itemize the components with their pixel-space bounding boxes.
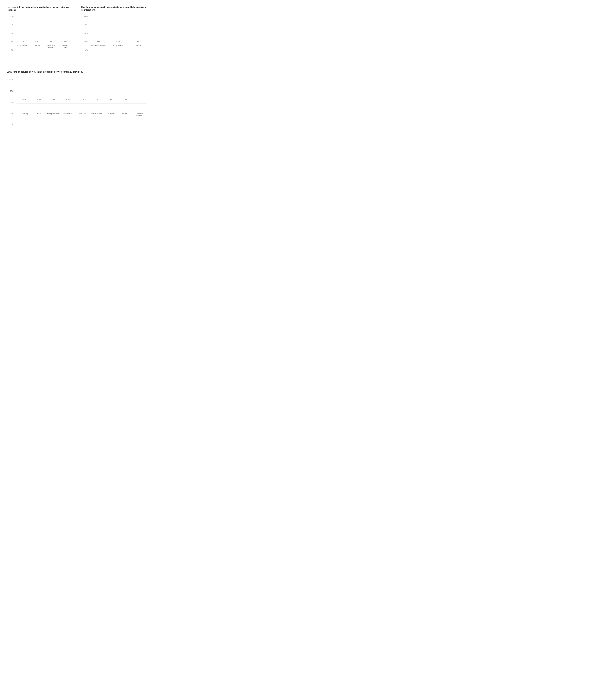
y-axis-label: 100% xyxy=(81,15,88,17)
y-axis-label: 75% xyxy=(7,90,14,92)
y-axis-label: 50% xyxy=(81,32,88,34)
chart3-title: What kind of service do you think a road… xyxy=(7,70,147,73)
chart1-section: How long did you wait until your roadsid… xyxy=(7,5,73,59)
y-axis-label: 100% xyxy=(7,79,14,81)
y-axis-label: 50% xyxy=(7,32,14,34)
chart3-y-axis: 0%25%50%75%100% xyxy=(7,79,14,126)
bar-group xyxy=(133,101,146,101)
chart1-bars: 41.7%25%25%8.3% xyxy=(15,15,73,43)
bar-group: 20.2% xyxy=(18,99,31,101)
bar-value-label: 20.2% xyxy=(22,99,26,101)
bar-x-label: Flat Tire xyxy=(32,113,45,117)
bar-group: 3.3% xyxy=(129,41,146,43)
bar-group: 3.2% xyxy=(119,99,131,101)
bar-value-label: 3.2% xyxy=(123,99,127,101)
bar-group: 16.9% xyxy=(47,99,60,101)
bar-x-label: More than 2 hours xyxy=(60,45,71,48)
bar-x-label: 1—2 hours xyxy=(129,45,146,46)
bar-value-label: 46.7% xyxy=(116,41,120,42)
bar-group: 16.1% xyxy=(61,99,74,101)
y-axis-label: 50% xyxy=(7,101,14,103)
chart1-y-axis: 0%25%50%75%100% xyxy=(7,15,14,51)
bar-group: 25% xyxy=(30,41,42,43)
bar-x-label: 30—60 minutes xyxy=(16,45,28,48)
bar-value-label: 8.1% xyxy=(94,99,98,101)
bar-group: 41.7% xyxy=(16,41,28,43)
bar-value-label: 3.3% xyxy=(136,41,139,42)
bar-x-label: Battery problems xyxy=(47,113,60,117)
bar-value-label: 16.1% xyxy=(65,99,70,101)
chart1-inner: 41.7%25%25%8.3% xyxy=(15,15,73,43)
chart2-y-axis: 0%25%50%75%100% xyxy=(81,15,88,51)
bar-x-label: 30—60 minutes xyxy=(110,45,126,46)
y-axis-label: 75% xyxy=(7,24,14,26)
chart3-bars: 20.2%18.5%16.9%16.1%12.1%8.1%4%3.2% xyxy=(17,79,147,101)
chart2-bars: 50%46.7%3.3% xyxy=(89,15,147,43)
bar-group: 8.3% xyxy=(60,41,71,43)
bar-x-label: Less than 30 minutes xyxy=(90,45,107,46)
bar-group: 46.7% xyxy=(110,41,126,43)
y-axis-label: 100% xyxy=(7,15,14,17)
bar-x-label: 1—2 hours xyxy=(30,45,42,48)
bar-x-label: Insurance xyxy=(119,113,131,117)
bar-x-label: Car towing xyxy=(18,113,31,117)
bar-value-label: 18.5% xyxy=(37,99,41,101)
bar-x-label: Automobile Purchase xyxy=(133,113,146,117)
y-axis-label: 0% xyxy=(7,49,14,51)
y-axis-label: 25% xyxy=(7,113,14,114)
chart1-title: How long did you wait until your roadsid… xyxy=(7,5,73,11)
bar-group: 8.1% xyxy=(90,99,103,101)
bar-x-label: Car Repare xyxy=(104,113,117,117)
bar-value-label: 25% xyxy=(35,41,38,42)
chart2-area: 0%25%50%75%100% 50%46.7%3.3% Less than 3… xyxy=(81,15,147,59)
y-axis-label: 25% xyxy=(7,41,14,43)
bar-x-label: Lockout/Locksmith xyxy=(90,113,103,117)
bar-value-label: 41.7% xyxy=(20,41,24,42)
y-axis-label: 25% xyxy=(81,41,88,43)
bar-value-label: 8.3% xyxy=(64,41,67,42)
bar-value-label: 50% xyxy=(97,41,100,42)
chart3-area: 0%25%50%75%100% 20.2%18.5%16.9%16.1%12.1… xyxy=(7,79,147,134)
chart3-section: What kind of service do you think a road… xyxy=(7,70,147,134)
chart2-title: How long do you expect your roadside ser… xyxy=(81,5,147,11)
y-axis-label: 75% xyxy=(81,24,88,26)
bar-x-label: Out of Fuel xyxy=(75,113,88,117)
bar-x-label: Vehicle Stuck xyxy=(61,113,74,117)
bar-value-label: 16.9% xyxy=(51,99,55,101)
chart3-inner: 20.2%18.5%16.9%16.1%12.1%8.1%4%3.2% xyxy=(17,79,147,112)
y-axis-label: 0% xyxy=(7,124,14,126)
bar-value-label: 4% xyxy=(109,99,112,101)
chart1-area: 0%25%50%75%100% 41.7%25%25%8.3% 30—60 mi… xyxy=(7,15,73,59)
chart2-inner: 50%46.7%3.3% xyxy=(89,15,147,43)
bar-x-label: Less than 30 minutes xyxy=(45,45,57,48)
y-axis-label: 0% xyxy=(81,49,88,51)
bar-group: 50% xyxy=(90,41,107,43)
bar-value-label: 25% xyxy=(49,41,52,42)
chart2-section: How long do you expect your roadside ser… xyxy=(81,5,147,59)
bar-group: 12.1% xyxy=(75,99,88,101)
bar-value-label: 12.1% xyxy=(80,99,84,101)
bar-group: 4% xyxy=(104,99,117,101)
bar-group: 25% xyxy=(45,41,57,43)
bar-group: 18.5% xyxy=(32,99,45,101)
